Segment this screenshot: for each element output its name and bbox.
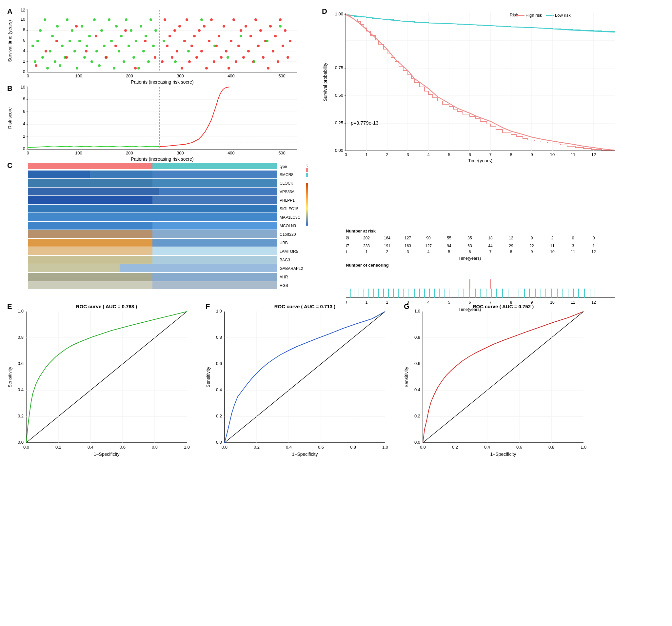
svg-point-42 xyxy=(66,18,69,21)
panel-c: C xyxy=(6,161,308,298)
svg-point-48 xyxy=(81,25,83,27)
svg-text:type: type xyxy=(307,163,308,167)
svg-rect-198 xyxy=(28,213,277,221)
svg-rect-193 xyxy=(159,188,277,195)
svg-text:Time(years): Time(years) xyxy=(459,256,481,261)
svg-text:9: 9 xyxy=(531,300,533,305)
svg-text:10: 10 xyxy=(21,17,25,22)
svg-text:1.0: 1.0 xyxy=(580,445,586,449)
svg-text:12: 12 xyxy=(591,152,596,157)
svg-point-130 xyxy=(255,18,257,21)
svg-text:Low risk: Low risk xyxy=(555,13,571,18)
svg-point-64 xyxy=(120,35,123,38)
svg-point-35 xyxy=(49,50,51,52)
svg-point-121 xyxy=(233,18,235,21)
svg-text:0.4: 0.4 xyxy=(414,387,420,392)
svg-text:SMCR8: SMCR8 xyxy=(280,172,293,177)
svg-point-68 xyxy=(130,29,133,32)
svg-text:5: 5 xyxy=(448,300,450,305)
svg-point-79 xyxy=(35,64,38,67)
panel-b-chart: 0 2 4 6 8 10 0 100 200 300 xyxy=(6,84,308,162)
panel-f-chart: ROC curve ( AUC = 0.713 ) xyxy=(205,302,402,459)
svg-text:0.2: 0.2 xyxy=(452,445,458,449)
svg-point-141 xyxy=(282,45,284,47)
svg-point-112 xyxy=(210,18,213,21)
svg-text:0: 0 xyxy=(27,73,29,78)
svg-point-49 xyxy=(83,56,86,59)
svg-point-89 xyxy=(134,67,137,70)
svg-point-131 xyxy=(257,45,260,47)
svg-point-100 xyxy=(181,67,183,70)
svg-point-119 xyxy=(227,67,230,70)
svg-text:0.75: 0.75 xyxy=(335,65,343,70)
svg-text:300: 300 xyxy=(177,73,184,78)
svg-text:High risk: High risk xyxy=(526,13,542,18)
panel-e-chart: ROC curve ( AUC = 0.768 ) xyxy=(6,302,203,459)
svg-point-135 xyxy=(267,67,269,70)
svg-text:2: 2 xyxy=(551,236,554,240)
svg-point-88 xyxy=(124,29,127,32)
svg-text:500: 500 xyxy=(278,73,286,78)
censoring-plot: Number of censoring 0 1 2 3 n.censor xyxy=(321,262,633,316)
svg-text:ROC curve ( AUC =  0.768 ): ROC curve ( AUC = 0.768 ) xyxy=(76,304,137,309)
svg-point-93 xyxy=(164,18,166,21)
svg-text:1.0: 1.0 xyxy=(382,445,388,449)
svg-point-82 xyxy=(65,56,68,59)
svg-text:0.6: 0.6 xyxy=(318,445,324,449)
svg-text:0: 0 xyxy=(23,146,25,151)
svg-point-45 xyxy=(73,50,76,52)
svg-text:6: 6 xyxy=(23,38,25,43)
svg-text:4: 4 xyxy=(23,121,25,126)
svg-point-83 xyxy=(75,25,78,27)
svg-text:44: 44 xyxy=(488,244,493,248)
svg-line-244 xyxy=(26,311,187,443)
svg-rect-212 xyxy=(28,273,152,281)
svg-point-30 xyxy=(37,40,39,42)
svg-text:4: 4 xyxy=(428,250,430,254)
svg-text:63: 63 xyxy=(467,244,472,248)
svg-point-84 xyxy=(85,50,88,52)
svg-text:191: 191 xyxy=(384,244,390,248)
risk-table: Number at risk 259 259 202 164 127 90 55… xyxy=(346,228,641,262)
svg-text:9: 9 xyxy=(531,236,533,240)
svg-point-38 xyxy=(56,25,59,27)
svg-point-43 xyxy=(69,40,71,42)
censor-chart: Number of censoring 0 1 2 3 n.censor xyxy=(346,262,641,314)
panel-e-label: E xyxy=(7,302,12,311)
svg-text:0.2: 0.2 xyxy=(55,445,61,449)
svg-text:7: 7 xyxy=(489,152,491,157)
svg-point-94 xyxy=(166,45,168,47)
svg-text:8: 8 xyxy=(23,27,25,32)
svg-rect-185 xyxy=(28,163,152,169)
svg-text:12: 12 xyxy=(509,236,513,240)
svg-point-34 xyxy=(46,67,49,70)
svg-text:200: 200 xyxy=(126,150,133,156)
svg-text:PHLPP1: PHLPP1 xyxy=(280,198,295,203)
svg-point-137 xyxy=(272,50,274,52)
svg-text:22: 22 xyxy=(529,244,534,248)
svg-text:0: 0 xyxy=(593,236,595,240)
svg-point-127 xyxy=(247,50,250,52)
svg-text:6: 6 xyxy=(469,250,471,254)
svg-point-101 xyxy=(183,40,186,42)
panel-c-label: C xyxy=(7,161,13,170)
svg-point-76 xyxy=(149,18,152,21)
svg-text:10: 10 xyxy=(550,300,555,305)
svg-text:CLOCK: CLOCK xyxy=(280,181,293,186)
svg-rect-186 xyxy=(152,163,277,169)
svg-text:0.00: 0.00 xyxy=(335,148,343,153)
svg-text:0: 0 xyxy=(346,250,347,254)
svg-text:0.4: 0.4 xyxy=(88,445,93,449)
svg-text:0.6: 0.6 xyxy=(414,361,420,366)
svg-point-106 xyxy=(195,56,198,59)
svg-text:2: 2 xyxy=(386,152,388,157)
svg-text:0.8: 0.8 xyxy=(350,445,356,449)
svg-point-113 xyxy=(213,60,215,63)
svg-text:4: 4 xyxy=(427,152,429,157)
svg-text:9: 9 xyxy=(531,250,533,254)
svg-point-74 xyxy=(145,35,147,38)
svg-text:94: 94 xyxy=(447,244,451,248)
svg-text:0.4: 0.4 xyxy=(18,387,24,392)
svg-rect-204 xyxy=(152,239,277,247)
svg-text:type: type xyxy=(280,164,287,169)
